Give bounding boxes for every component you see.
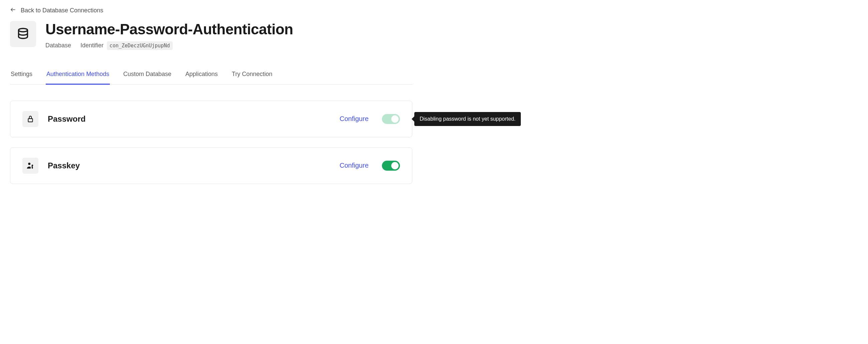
toggle-knob xyxy=(391,162,399,169)
connection-header: Username-Password-Authentication Databas… xyxy=(10,21,858,50)
page-title: Username-Password-Authentication xyxy=(45,21,293,38)
connection-meta: Database Identifier con_ZeDeczUGnUjpupNd xyxy=(45,41,293,50)
toggle-knob xyxy=(391,115,399,123)
tab-try-connection[interactable]: Try Connection xyxy=(231,67,273,85)
tabs: Settings Authentication Methods Custom D… xyxy=(10,67,412,85)
configure-password-link[interactable]: Configure xyxy=(340,115,369,123)
auth-method-title: Password xyxy=(48,114,340,124)
identifier-value[interactable]: con_ZeDeczUGnUjpupNd xyxy=(107,41,173,50)
passkey-toggle[interactable] xyxy=(382,161,400,171)
tab-authentication-methods[interactable]: Authentication Methods xyxy=(46,67,110,85)
svg-point-2 xyxy=(28,163,30,165)
configure-passkey-link[interactable]: Configure xyxy=(340,162,369,169)
auth-method-passkey: Passkey Configure xyxy=(10,147,412,184)
identifier-label: Identifier xyxy=(81,42,103,49)
tab-custom-database[interactable]: Custom Database xyxy=(123,67,172,85)
password-toggle-tooltip: Disabling password is not yet supported. xyxy=(414,112,521,126)
svg-point-1 xyxy=(19,28,28,32)
svg-point-3 xyxy=(32,164,33,166)
tab-settings[interactable]: Settings xyxy=(10,67,33,85)
back-link-label: Back to Database Connections xyxy=(21,7,103,14)
database-icon xyxy=(10,21,36,47)
connection-type-label: Database xyxy=(45,42,71,49)
arrow-left-icon xyxy=(10,7,16,14)
auth-method-password: Password Configure Disabling password is… xyxy=(10,101,412,137)
tab-applications[interactable]: Applications xyxy=(185,67,218,85)
lock-icon xyxy=(22,111,38,127)
auth-methods-list: Password Configure Disabling password is… xyxy=(10,101,412,184)
auth-method-title: Passkey xyxy=(48,161,340,170)
password-toggle[interactable] xyxy=(382,114,400,124)
passkey-icon xyxy=(22,158,38,174)
back-to-connections-link[interactable]: Back to Database Connections xyxy=(10,7,103,14)
